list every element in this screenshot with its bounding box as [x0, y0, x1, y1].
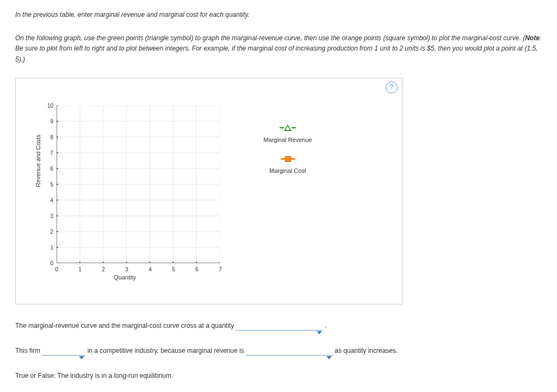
y-tick-2: 2: [42, 229, 53, 235]
question-2: This firm in a competitive industry, bec…: [15, 346, 542, 356]
y-tick-0: 0: [42, 260, 53, 266]
x-tick-4: 4: [145, 266, 156, 272]
question-1: The marginal-revenue curve and the margi…: [15, 321, 542, 331]
legend-marginal-cost[interactable]: Marginal Cost: [250, 156, 326, 174]
y-tick-8: 8: [42, 134, 53, 140]
y-tick-4: 4: [42, 197, 53, 203]
x-tick-5: 5: [168, 266, 179, 272]
y-tick-6: 6: [42, 166, 53, 172]
y-tick-3: 3: [42, 213, 53, 219]
note-label: Note: [525, 34, 540, 42]
intro-instruction: In the previous table, enter marginal re…: [15, 10, 542, 20]
square-icon: [277, 156, 299, 162]
q2-mid: in a competitive industry, because margi…: [88, 347, 246, 354]
y-axis-label: Revenue and Costs: [35, 134, 41, 187]
caret-down-icon: [326, 356, 332, 359]
x-tick-6: 6: [191, 266, 202, 272]
x-tick-1: 1: [75, 266, 85, 272]
triangle-icon: [277, 125, 299, 131]
x-axis-label: Quantity: [114, 274, 136, 281]
x-tick-3: 3: [121, 266, 132, 272]
legend-marginal-revenue[interactable]: Marginal Revenue: [250, 125, 326, 143]
question-3: True or False: The industry is in a long…: [15, 371, 542, 381]
caret-down-icon: [79, 356, 84, 359]
legend-mc-label: Marginal Cost: [250, 167, 326, 174]
q2-suffix: as quantity increases.: [335, 347, 398, 354]
graph-panel: ?: [15, 78, 403, 304]
y-tick-5: 5: [42, 182, 53, 188]
caret-down-icon: [317, 331, 322, 334]
q1-prefix: The marginal-revenue curve and the margi…: [15, 322, 236, 329]
y-tick-10: 10: [42, 103, 53, 109]
legend-mr-label: Marginal Revenue: [250, 136, 326, 143]
y-tick-9: 9: [42, 119, 53, 125]
x-tick-0: 0: [51, 266, 62, 272]
y-tick-1: 1: [42, 245, 53, 251]
q1-dropdown[interactable]: [236, 329, 323, 331]
grid: [57, 105, 220, 263]
q1-suffix: .: [325, 322, 326, 329]
q2-prefix: This firm: [15, 347, 42, 354]
help-button[interactable]: ?: [386, 82, 398, 94]
graph-instruction-prefix: On the following graph, use the green po…: [15, 34, 525, 42]
x-tick-7: 7: [215, 266, 226, 272]
legend: Marginal Revenue Marginal Cost: [250, 125, 326, 187]
q2-dropdown-2[interactable]: [246, 354, 333, 356]
graph-instruction: On the following graph, use the green po…: [15, 33, 542, 65]
y-tick-7: 7: [42, 150, 53, 156]
x-tick-2: 2: [98, 266, 109, 272]
chart-svg: [57, 105, 220, 263]
plot-area[interactable]: 10 9 8 7 6 5 4 3 2 1 0 0 1 2 3 4 5 6 7: [57, 105, 220, 263]
q2-dropdown-1[interactable]: [42, 354, 85, 356]
